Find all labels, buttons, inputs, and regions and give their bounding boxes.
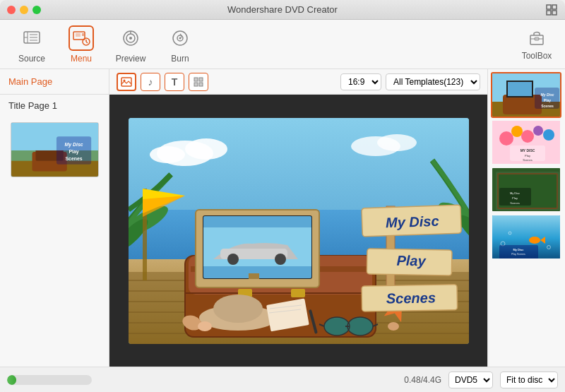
template-filter-select[interactable]: All Templates(123)	[386, 73, 480, 90]
sub-toolbar: ♪ T 16:9 4:3 All Templates(123)	[109, 69, 487, 95]
text-tool-button[interactable]: T	[165, 73, 184, 91]
status-bar: 0.48/4.4G DVD5 Fit to disc	[0, 367, 565, 392]
toolbar-burn[interactable]: Burn	[155, 23, 205, 66]
template-preview-3-icon: My Disc Play Scenes	[492, 168, 561, 213]
svg-rect-40	[199, 78, 203, 81]
svg-point-78	[275, 254, 286, 265]
svg-point-95	[198, 321, 212, 331]
svg-rect-42	[199, 83, 203, 86]
svg-text:My Disc: My Disc	[385, 213, 439, 230]
title-bar: Wondershare DVD Creator	[0, 0, 565, 20]
svg-point-120	[521, 130, 534, 143]
template-item[interactable]: My Disc Play Scenes	[491, 72, 561, 118]
template-thumbnail-4: My Disc Play Scenes	[492, 215, 560, 259]
svg-point-121	[533, 126, 543, 136]
svg-rect-70	[291, 289, 305, 297]
thumb-scene-icon: My Disc Play Scenes	[11, 122, 98, 177]
svg-point-118	[499, 131, 513, 145]
page-item-label: Title Page 1	[8, 100, 57, 111]
svg-text:My Disc: My Disc	[64, 142, 83, 148]
close-button[interactable]	[7, 6, 16, 14]
toolbar-source[interactable]: Source	[7, 23, 56, 66]
svg-text:Scenes: Scenes	[541, 104, 554, 108]
main-page-label: Main Page	[8, 76, 52, 87]
image-tool-button[interactable]	[117, 73, 136, 91]
svg-text:My Disc: My Disc	[541, 93, 554, 97]
svg-text:Play: Play	[525, 154, 530, 158]
svg-text:Play: Play	[544, 98, 552, 102]
svg-point-139	[529, 237, 540, 244]
panel-header: Main Page	[0, 69, 109, 95]
toolbox-icon	[527, 28, 547, 48]
svg-text:MY DISC: MY DISC	[521, 148, 535, 153]
dvd-preview: My Disc Play Scenes	[129, 118, 469, 344]
preview-canvas: My Disc Play Scenes	[109, 95, 487, 367]
svg-point-19	[129, 37, 132, 40]
svg-text:Scenes: Scenes	[386, 290, 435, 306]
toolbox-label: ToolBox	[522, 51, 552, 61]
progress-bar-container	[7, 375, 92, 385]
center-area: ♪ T 16:9 4:3 All Templates(123)	[109, 69, 487, 367]
source-icon	[19, 25, 44, 51]
svg-rect-112	[508, 82, 532, 96]
template-thumbnail-3: My Disc Play Scenes	[492, 168, 560, 211]
list-item[interactable]: Title Page 1	[0, 95, 109, 117]
minimize-button[interactable]	[20, 6, 28, 14]
template-item[interactable]: MY DISC Play Scenes	[491, 119, 561, 165]
template-thumbnail-1: My Disc Play Scenes	[492, 73, 560, 117]
svg-rect-41	[194, 83, 198, 86]
window-controls[interactable]	[7, 6, 41, 14]
svg-rect-141	[499, 245, 538, 259]
app-title: Wondershare DVD Creator	[227, 4, 338, 15]
music-icon: ♪	[148, 76, 153, 88]
template-panel: My Disc Play Scenes MY DISC Play	[487, 69, 565, 367]
svg-point-48	[377, 134, 417, 151]
svg-rect-1	[552, 5, 557, 9]
progress-bar-fill	[7, 375, 16, 385]
template-preview-4-icon: My Disc Play Scenes	[492, 215, 561, 260]
aspect-ratio-select[interactable]: 16:9 4:3	[340, 73, 381, 90]
main-toolbar: Source Menu Preview	[0, 20, 565, 69]
disc-type-select[interactable]: DVD5	[448, 372, 493, 388]
template-item[interactable]: My Disc Play Scenes	[491, 214, 561, 260]
menu-label: Menu	[71, 54, 92, 64]
svg-text:My Disc: My Disc	[513, 248, 524, 251]
music-tool-button[interactable]: ♪	[141, 73, 160, 91]
svg-point-119	[511, 126, 523, 137]
background-scene: My Disc Play Scenes	[129, 118, 469, 344]
main-content: Main Page Title Page 1	[0, 69, 565, 367]
template-item[interactable]: My Disc Play Scenes	[491, 167, 561, 213]
maximize-button[interactable]	[32, 6, 41, 14]
fit-option-select[interactable]: Fit to disc	[500, 372, 558, 388]
title-bar-right-icon	[545, 4, 558, 16]
burn-icon	[167, 25, 193, 51]
template-preview-1-icon: My Disc Play Scenes	[492, 73, 561, 118]
layout-tool-button[interactable]	[189, 73, 208, 91]
svg-rect-3	[552, 11, 557, 15]
page-thumbnail: My Disc Play Scenes	[11, 122, 99, 177]
toolbar-preview[interactable]: Preview	[106, 23, 155, 66]
svg-text:Play: Play	[69, 149, 78, 155]
svg-point-46	[150, 146, 185, 163]
svg-text:Scenes: Scenes	[510, 201, 519, 205]
svg-text:Scenes: Scenes	[65, 156, 82, 161]
burn-label: Burn	[171, 54, 189, 64]
svg-line-16	[86, 42, 88, 43]
svg-text:Play: Play	[512, 196, 518, 200]
svg-rect-79	[249, 273, 259, 279]
svg-point-122	[543, 129, 554, 141]
svg-rect-39	[194, 78, 198, 81]
svg-text:Scenes: Scenes	[523, 158, 532, 162]
toolbar-menu[interactable]: Menu	[56, 23, 106, 66]
svg-rect-11	[76, 33, 81, 37]
image-icon	[121, 77, 132, 87]
layout-icon	[194, 77, 203, 87]
preview-icon	[118, 25, 143, 51]
template-thumbnail-2: MY DISC Play Scenes	[492, 121, 560, 164]
svg-point-81	[213, 295, 263, 323]
svg-text:Play: Play	[396, 252, 426, 268]
text-icon: T	[172, 76, 178, 88]
left-panel: Main Page Title Page 1	[0, 69, 109, 367]
svg-point-45	[185, 138, 227, 160]
toolbox-button[interactable]: ToolBox	[516, 23, 558, 66]
